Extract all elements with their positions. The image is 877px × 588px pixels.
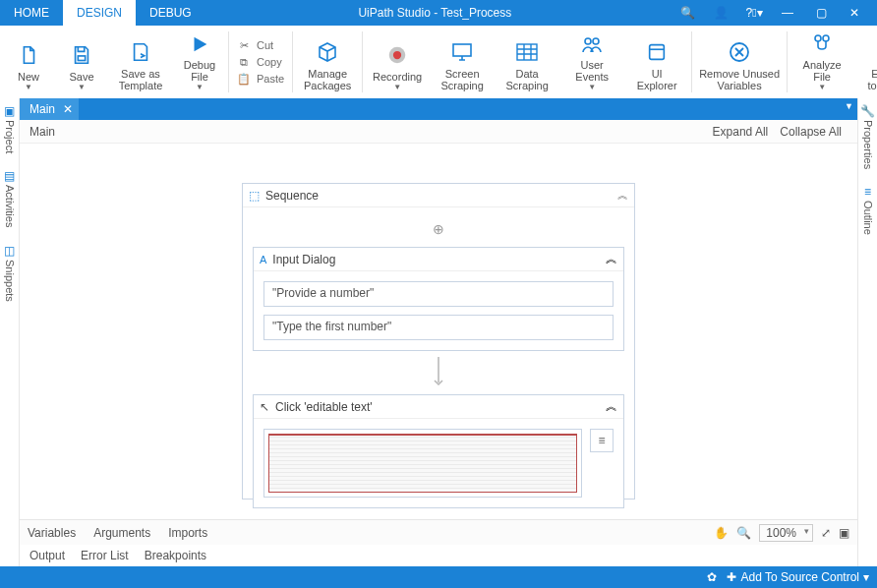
- activities-icon: ▤: [4, 169, 15, 183]
- dialog-title-field[interactable]: "Provide a number": [263, 281, 614, 307]
- pan-icon[interactable]: ✋: [714, 526, 729, 540]
- new-button[interactable]: New ▼: [2, 29, 55, 95]
- recording-label: Recording: [373, 71, 422, 83]
- outline-panel-tab[interactable]: ≡Outline: [862, 179, 874, 245]
- collapse-icon[interactable]: ︽: [617, 188, 628, 203]
- activities-panel-tab[interactable]: ▤Activities: [4, 163, 16, 237]
- input-dialog-activity[interactable]: A Input Dialog ︽ "Provide a number" "Typ…: [253, 247, 624, 351]
- breadcrumb[interactable]: Main: [29, 125, 55, 139]
- snippets-panel-tab[interactable]: ◫Snippets: [4, 238, 16, 312]
- zoom-icon[interactable]: 🔍: [736, 526, 751, 540]
- remove-unused-button[interactable]: Remove Unused Variables: [694, 29, 785, 95]
- paste-button[interactable]: 📋Paste: [231, 71, 290, 88]
- analyze-file-label: Analyze File: [803, 59, 842, 83]
- zoom-controls: ✋ 🔍 100% ⤢ ▣: [714, 524, 849, 542]
- play-icon: [189, 30, 210, 57]
- save-as-template-button[interactable]: Save as Template: [108, 29, 173, 95]
- copy-button[interactable]: ⧉Copy: [231, 54, 290, 71]
- screen-scraping-label: Screen Scraping: [440, 68, 483, 91]
- svg-point-6: [593, 38, 599, 44]
- bottom-panel-tabs: Output Error List Breakpoints: [20, 545, 857, 566]
- imports-tab[interactable]: Imports: [168, 526, 207, 540]
- template-icon: [130, 38, 151, 66]
- collapse-icon[interactable]: ︽: [606, 251, 617, 267]
- ui-explorer-icon: [646, 38, 668, 66]
- collapse-all-button[interactable]: Collapse All: [774, 125, 848, 139]
- screen-scraping-icon: [450, 38, 474, 66]
- user-events-button[interactable]: User Events ▼: [559, 29, 624, 95]
- svg-point-2: [393, 51, 401, 59]
- ui-explorer-label: UI Explorer: [637, 68, 677, 91]
- error-list-tab[interactable]: Error List: [81, 549, 129, 562]
- snippets-icon: ◫: [4, 244, 15, 258]
- svg-rect-7: [650, 45, 665, 60]
- ribbon: New ▼ Save ▼ Save as Template Debug File…: [0, 26, 877, 98]
- menu-debug[interactable]: DEBUG: [136, 0, 205, 26]
- menu-home[interactable]: HOME: [0, 0, 63, 26]
- expand-all-button[interactable]: Expand All: [707, 125, 775, 139]
- copy-icon: ⧉: [237, 56, 251, 69]
- designer-canvas[interactable]: ⬚ Sequence ︽ ⊕ A Input Dialog ︽ "Provide…: [20, 144, 857, 519]
- cut-icon: ✂: [237, 39, 251, 52]
- left-rail: ▣Project ▤Activities ◫Snippets: [0, 98, 20, 566]
- minimize-icon[interactable]: —: [777, 6, 798, 20]
- app-title: UiPath Studio - Test_Process: [205, 0, 665, 26]
- data-scraping-icon: [515, 38, 539, 66]
- ui-explorer-button[interactable]: UI Explorer: [624, 29, 689, 95]
- svg-point-10: [823, 35, 829, 41]
- search-icon[interactable]: 🔍: [676, 6, 698, 20]
- save-button[interactable]: Save ▼: [55, 29, 108, 95]
- properties-panel-tab[interactable]: 🔧Properties: [860, 98, 875, 179]
- status-bar: ✿ ✚ Add To Source Control ▾: [0, 566, 877, 588]
- paste-icon: 📋: [237, 73, 251, 86]
- flow-arrow-icon: [433, 357, 444, 388]
- overview-icon[interactable]: ▣: [839, 526, 849, 540]
- document-tab-main[interactable]: Main ✕: [20, 98, 79, 120]
- svg-rect-4: [517, 44, 537, 60]
- cut-button[interactable]: ✂Cut: [231, 37, 290, 54]
- help-icon[interactable]: ?⃝▾: [743, 6, 765, 20]
- target-options-icon[interactable]: ≡: [590, 429, 614, 452]
- designer-panel-tabs: Variables Arguments Imports ✋ 🔍 100% ⤢ ▣: [20, 519, 857, 545]
- sequence-activity[interactable]: ⬚ Sequence ︽ ⊕ A Input Dialog ︽ "Provide…: [242, 183, 635, 500]
- variables-tab[interactable]: Variables: [28, 526, 76, 540]
- click-title: Click 'editable text': [275, 400, 600, 414]
- collapse-icon[interactable]: ︽: [606, 398, 617, 415]
- screen-scraping-button[interactable]: Screen Scraping: [430, 29, 495, 95]
- close-icon[interactable]: ✕: [844, 6, 865, 20]
- settings-icon[interactable]: ✿: [707, 570, 717, 584]
- project-panel-tab[interactable]: ▣Project: [4, 98, 16, 163]
- new-label: New: [18, 71, 39, 83]
- add-to-source-control-button[interactable]: ✚ Add To Source Control ▾: [727, 570, 869, 584]
- dialog-label-field[interactable]: "Type the first number": [263, 315, 614, 340]
- package-icon: [316, 38, 339, 66]
- center-pane: Main ✕ ▼ Main Expand All Collapse All ⬚ …: [20, 98, 857, 566]
- debug-file-button[interactable]: Debug File ▼: [173, 29, 226, 95]
- manage-packages-button[interactable]: Manage Packages: [295, 29, 360, 95]
- zoom-select[interactable]: 100%: [759, 524, 813, 542]
- fit-icon[interactable]: ⤢: [821, 526, 831, 540]
- close-tab-icon[interactable]: ✕: [63, 102, 73, 116]
- export-excel-button[interactable]: X Export to Excel: [854, 29, 877, 95]
- menu-design[interactable]: DESIGN: [63, 0, 136, 26]
- caret-icon: ▼: [818, 83, 826, 91]
- click-activity[interactable]: ↖ Click 'editable text' ︽ ≡: [253, 394, 624, 508]
- properties-icon: 🔧: [860, 104, 875, 118]
- tab-menu-icon[interactable]: ▼: [845, 101, 853, 111]
- maximize-icon[interactable]: ▢: [810, 6, 832, 20]
- add-activity-icon[interactable]: ⊕: [433, 215, 444, 247]
- output-tab[interactable]: Output: [29, 549, 65, 562]
- data-scraping-button[interactable]: Data Scraping: [495, 29, 559, 95]
- user-icon[interactable]: 👤: [710, 6, 731, 20]
- caret-icon: ▼: [25, 83, 32, 91]
- record-icon: [386, 41, 408, 69]
- arguments-tab[interactable]: Arguments: [93, 526, 150, 540]
- breakpoints-tab[interactable]: Breakpoints: [145, 549, 206, 562]
- recording-button[interactable]: Recording ▼: [365, 29, 430, 95]
- input-dialog-title: Input Dialog: [272, 253, 600, 266]
- analyze-file-button[interactable]: Analyze File ▼: [789, 29, 854, 95]
- svg-rect-3: [453, 44, 471, 56]
- remove-unused-label: Remove Unused Variables: [699, 68, 780, 91]
- target-screenshot[interactable]: [263, 429, 582, 498]
- save-label: Save: [69, 71, 93, 83]
